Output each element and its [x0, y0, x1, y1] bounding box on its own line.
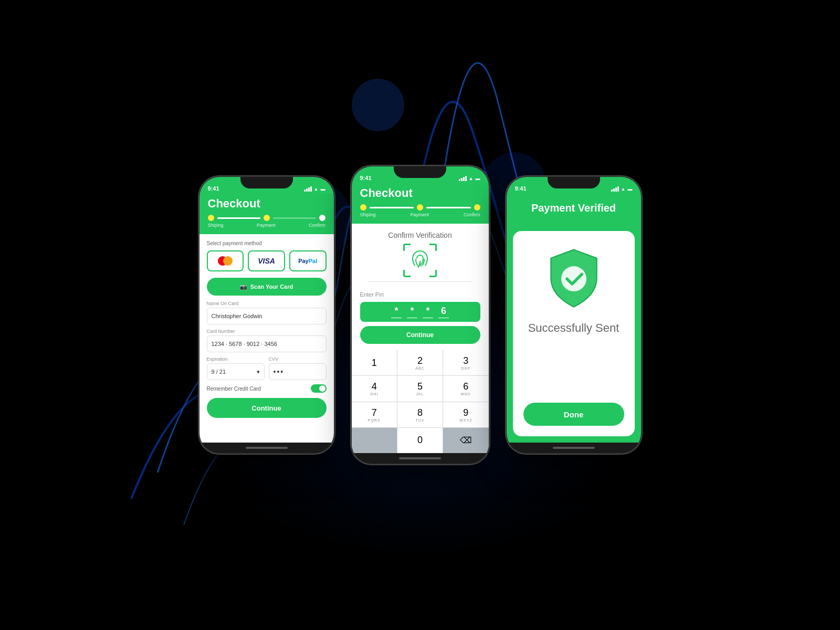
phone1-continue-button[interactable]: Continue	[207, 398, 327, 418]
phone-2-signal	[459, 176, 467, 181]
key-delete[interactable]: ⌫	[443, 428, 488, 453]
wifi-icon-3: ▲	[621, 186, 626, 192]
cvv-value: •••	[274, 368, 285, 376]
payment-section: Select payment method VISA PayP	[200, 234, 334, 443]
mastercard-logo	[218, 256, 233, 266]
key-8[interactable]: 8 TUV	[397, 402, 443, 427]
verify-top: Confirm Verification	[352, 224, 489, 287]
paypal-option[interactable]: PayPal	[289, 250, 327, 271]
name-label: Name On Card	[207, 301, 327, 306]
payment-verified-title: Payment Verified	[515, 202, 633, 214]
p2-step-3: Confirm	[464, 212, 480, 217]
phone-1-notch	[240, 177, 293, 188]
progress-labels: Shiping Payment Confirm	[208, 223, 326, 228]
step-label-3: Confirm	[309, 223, 326, 228]
key-1[interactable]: 1	[352, 350, 397, 375]
key-2[interactable]: 2 ABC	[397, 350, 443, 375]
remember-label: Remember Credit Card	[207, 386, 261, 392]
phone-2-header: Checkout Shiping Payment Confirm	[352, 183, 489, 224]
battery-icon-3: ▬	[628, 186, 633, 192]
phone-3-content: Successfully Sent Done	[507, 225, 641, 443]
p2-step-1: Shiping	[360, 212, 376, 217]
card-number-label: Card Number	[207, 329, 327, 334]
payment-methods: VISA PayPal	[207, 250, 327, 271]
phone-1-header: Checkout Shiping Payment Confirm	[200, 194, 334, 234]
card-number-group: Card Number	[207, 329, 327, 352]
fp-corner-tl	[403, 244, 411, 251]
key-5[interactable]: 5 JKL	[397, 376, 443, 401]
home-indicator-2	[399, 457, 441, 459]
fp-corner-br	[429, 270, 437, 277]
fingerprint-container	[404, 245, 436, 276]
cvv-input[interactable]: •••	[269, 363, 327, 380]
scan-card-button[interactable]: 📷 Scan Your Card	[207, 278, 327, 296]
verify-continue-button[interactable]: Continue	[360, 326, 480, 344]
svg-point-5	[561, 266, 586, 291]
card-number-input[interactable]	[207, 335, 327, 352]
key-9[interactable]: 9 WXYZ	[443, 402, 488, 427]
paypal-logo: PayPal	[298, 258, 317, 264]
phone-2-time: 9:41	[360, 175, 372, 181]
phone-1-status-icons: ▲ ▬	[304, 186, 326, 192]
phone-1-checkout: 9:41 ▲ ▬ Checkout	[198, 176, 335, 454]
key-empty	[352, 428, 397, 453]
name-field-group: Name On Card	[207, 301, 327, 324]
progress-dot-2	[264, 215, 270, 221]
expiry-label: Expiration	[207, 356, 265, 362]
divider-1	[369, 281, 472, 282]
phone-2-notch	[394, 166, 446, 178]
camera-icon: 📷	[240, 284, 247, 290]
mastercard-option[interactable]	[207, 250, 244, 271]
phone-1-content: Select payment method VISA PayP	[200, 234, 334, 443]
pin-display: * * * 6	[360, 302, 480, 322]
progress-dot-3	[319, 215, 326, 221]
expiry-group: Expiration 9 / 21 ▾	[207, 356, 265, 380]
key-3[interactable]: 3 DEF	[443, 350, 488, 375]
wifi-icon-2: ▲	[469, 176, 474, 181]
visa-option[interactable]: VISA	[248, 250, 285, 271]
payment-method-label: Select payment method	[207, 240, 327, 246]
svg-point-3	[352, 79, 404, 131]
pin-char-3: *	[423, 306, 433, 318]
phone-3-header: Payment Verified	[507, 194, 641, 225]
pin-label: Enter Pin	[360, 291, 480, 298]
phone-2-status-icons: ▲ ▬	[459, 176, 480, 181]
battery-icon-2: ▬	[476, 176, 480, 181]
cvv-label: CVV	[269, 356, 327, 362]
name-input[interactable]	[207, 308, 327, 324]
chevron-down-icon: ▾	[257, 369, 260, 375]
phone-3-notch	[548, 177, 600, 188]
phone-1-title: Checkout	[208, 197, 326, 211]
verified-card: Successfully Sent Done	[513, 231, 635, 436]
expiry-select[interactable]: 9 / 21 ▾	[207, 363, 265, 380]
visa-logo: VISA	[258, 257, 275, 265]
key-0[interactable]: 0	[397, 428, 443, 453]
progress-dot-1	[208, 215, 214, 221]
phone-1-bottom	[200, 443, 334, 453]
key-4[interactable]: 4 GHI	[352, 376, 397, 401]
key-7[interactable]: 7 PQRS	[352, 402, 397, 427]
phones-container: 9:41 ▲ ▬ Checkout	[198, 165, 642, 465]
success-text: Successfully Sent	[528, 320, 620, 337]
phone-2-bottom	[352, 453, 489, 464]
expiry-cvv-row: Expiration 9 / 21 ▾ CVV •••	[207, 356, 327, 380]
phone-3-verified: 9:41 ▲ ▬ Payment Verified	[506, 176, 642, 454]
fp-corner-bl	[403, 270, 411, 277]
delete-icon: ⌫	[460, 435, 472, 445]
phone-2-title: Checkout	[360, 186, 480, 200]
verify-title: Confirm Verification	[360, 231, 480, 239]
shield-icon	[545, 247, 603, 310]
home-indicator-1	[246, 447, 288, 449]
home-indicator-3	[553, 447, 595, 449]
battery-icon: ▬	[321, 186, 326, 192]
phone-3-time: 9:41	[515, 185, 527, 192]
wifi-icon: ▲	[314, 186, 319, 192]
phone-2-progress-labels: Shiping Payment Confirm	[360, 212, 480, 217]
pin-char-1: *	[391, 306, 402, 318]
done-button[interactable]: Done	[523, 403, 624, 426]
remember-row: Remember Credit Card	[207, 384, 327, 393]
key-6[interactable]: 6 MNO	[443, 376, 488, 401]
remember-toggle[interactable]	[311, 384, 327, 393]
step-label-1: Shiping	[208, 223, 224, 228]
fp-corner-tr	[429, 244, 437, 251]
